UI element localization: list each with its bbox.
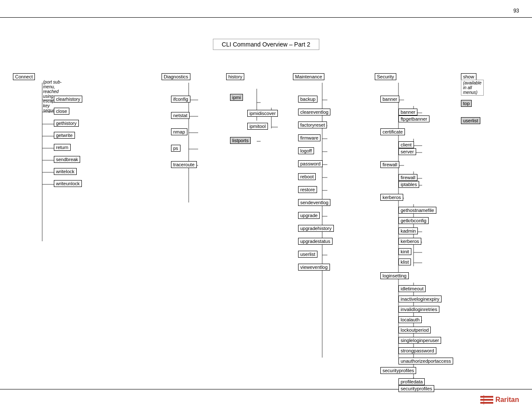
history-listports: listports [230,137,251,144]
connect-root: Connect [13,73,35,80]
maint-userlist: userlist [298,251,317,258]
maint-upgrade: upgrade [298,212,320,219]
connect-sendbreak: sendbreak [54,156,80,163]
maint-upgradehistory: upgradehistory [298,225,334,232]
sec-client: client [398,141,414,148]
logo-icon [480,395,495,405]
show-note: (available in all menus) [461,80,484,96]
top-line [0,17,532,18]
history-ipmitool: ipmitool [247,123,268,130]
sec-firewall-group: firewall [380,161,399,168]
show-top: top [461,100,472,107]
sec-kinit: kinit [398,248,411,255]
show-root: show [461,73,476,80]
sec-securityprofiles-group: securityprofiles [380,367,416,374]
maint-restore: restore [298,186,317,193]
maint-vieweventlog: vieweventlog [298,264,330,271]
diag-traceroute: traceroute [171,161,197,168]
logo-text: Raritan [495,396,519,404]
maint-reboot: reboot [298,173,316,180]
maint-backup: backup [298,96,317,103]
history-ipmi: ipmi [230,94,243,101]
connect-writeunlock: writeunlock [54,180,82,187]
sec-kadmin: kadmin [398,227,418,234]
svg-rect-71 [480,399,493,401]
page-number: 93 [513,8,519,14]
svg-rect-72 [480,402,493,404]
diag-ifconfig: ifconfig [171,96,190,103]
maint-logoff: logoff [298,147,314,154]
bottom-line [0,389,532,389]
diag-nmap: nmap [171,128,187,135]
history-ipmidiscover: ipmidiscover [247,110,278,117]
sec-singleloginperuser: singleloginperuser [398,337,441,344]
maintenance-root: Maintenance [293,73,324,80]
connect-clearhistory: clearhistory [54,96,82,103]
logo-area: Raritan [480,395,519,405]
maint-firmware: firmware [298,134,320,141]
connect-return: return [54,144,71,151]
sec-profiledata: profiledata [398,378,425,385]
sec-iptables: iptables [398,181,419,188]
connect-getwrite: getwrite [54,132,75,139]
sec-firewall-child: firewall [398,174,417,181]
sec-certificate-group: certificate [380,128,405,135]
sec-kerberos-group: kerberos [380,194,403,201]
sec-inactiveloginexpiry: inactiveloginexpiry [398,296,442,302]
sec-invalidloginretries: invalidloginretries [398,306,439,313]
sec-idletimeout: idletimeout [398,285,426,292]
security-root: Security [375,73,396,80]
sec-loginsetting-group: loginsetting [380,272,409,279]
sec-strongpassword: strongpassword [398,347,436,354]
maint-factoryreset: factoryreset [298,121,327,128]
sec-gethostnamefile: gethostnamefile [398,207,436,214]
diagnostics-root: Diagnostics [162,73,190,80]
sec-server: server [398,148,416,155]
connect-gethistory: gethistory [54,120,79,127]
sec-ftpgetbanner: ftpgetbanner [398,115,429,122]
sec-kerberos-child: kerberos [398,238,421,245]
sec-banner-group: banner [380,96,399,103]
show-userlist: userlist [461,117,480,124]
maint-password: password [298,160,323,167]
maint-cleareventlog: cleareventlog [298,109,330,115]
sec-klist: klist [398,258,411,265]
connect-close: close [54,108,69,115]
sec-localauth: localauth [398,316,422,323]
svg-rect-70 [480,396,493,398]
maint-upgradestatus: upgradestatus [298,238,333,245]
page-title: CLI Command Overview – Part 2 [213,39,319,50]
diag-netstat: netstat [171,112,190,119]
history-root: history [226,73,244,80]
sec-securityprofiles-child: securityprofiles [398,385,434,392]
diag-ps: ps [171,145,180,152]
maint-sendeventlog: sendeventlog [298,199,330,206]
sec-unauthorizedportaccess: unauthorizedportaccess [398,358,453,364]
sec-lockoutperiod: lockoutperiod [398,327,431,333]
sec-banner-child: banner [398,109,417,115]
sec-getkrbconfig: getkrbconfig [398,217,429,224]
connect-writelock: writelock [54,168,77,175]
